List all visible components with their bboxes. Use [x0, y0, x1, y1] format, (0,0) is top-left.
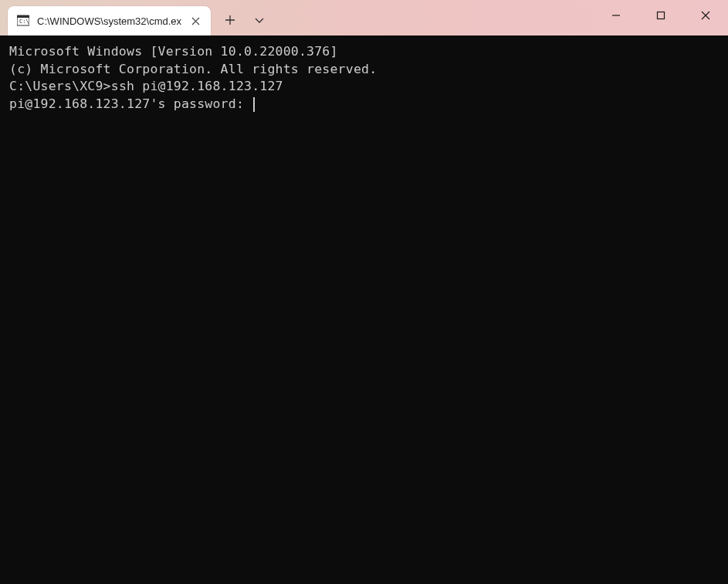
terminal-password-prompt: pi@192.168.123.127's password:	[9, 96, 252, 113]
maximize-icon	[656, 11, 665, 20]
svg-rect-1	[17, 15, 29, 18]
active-tab[interactable]: C:\ C:\WINDOWS\system32\cmd.ex	[8, 6, 211, 35]
svg-rect-3	[658, 12, 665, 19]
cmd-icon: C:\	[17, 15, 29, 27]
tab-close-button[interactable]	[188, 13, 203, 29]
terminal-command: ssh pi@192.168.123.127	[111, 78, 283, 96]
plus-icon	[225, 15, 235, 25]
minimize-button[interactable]	[594, 0, 638, 31]
terminal-command-line: C:\Users\XC9>ssh pi@192.168.123.127	[9, 78, 719, 96]
titlebar: C:\ C:\WINDOWS\system32\cmd.ex	[0, 0, 728, 35]
terminal-password-prompt-line: pi@192.168.123.127's password:	[9, 96, 719, 113]
terminal-prompt: C:\Users\XC9>	[9, 78, 111, 96]
window-controls	[594, 0, 728, 31]
window-close-button[interactable]	[683, 0, 728, 31]
new-tab-button[interactable]	[217, 7, 243, 33]
chevron-down-icon	[255, 15, 264, 25]
minimize-icon	[611, 11, 621, 20]
tab-dropdown-button[interactable]	[246, 7, 273, 33]
close-icon	[701, 11, 710, 20]
maximize-button[interactable]	[638, 0, 683, 31]
close-icon	[191, 17, 200, 25]
terminal-output-line: (c) Microsoft Corporation. All rights re…	[9, 61, 719, 79]
terminal-output-line: Microsoft Windows [Version 10.0.22000.37…	[9, 43, 719, 61]
terminal-cursor	[253, 97, 255, 112]
tab-actions	[211, 0, 273, 35]
svg-text:C:\: C:\	[19, 19, 29, 25]
tab-title: C:\WINDOWS\system32\cmd.ex	[37, 15, 181, 27]
terminal-area[interactable]: Microsoft Windows [Version 10.0.22000.37…	[0, 35, 728, 584]
